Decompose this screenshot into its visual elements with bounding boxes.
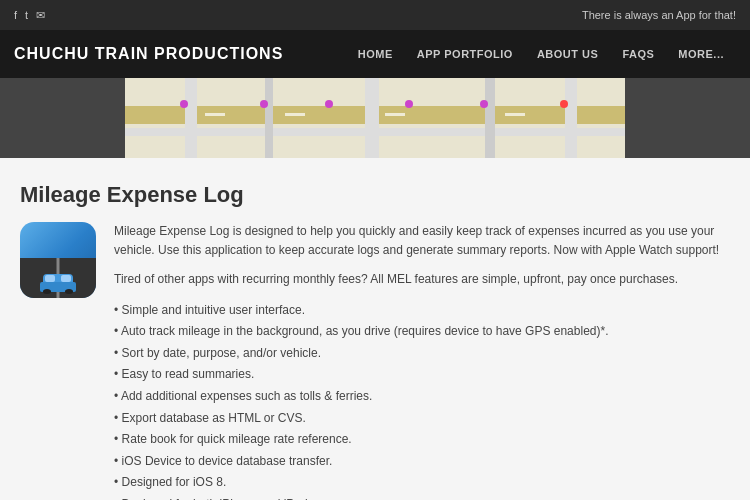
twitter-icon[interactable]: t: [25, 9, 28, 21]
nav-home[interactable]: HOME: [346, 30, 405, 78]
main-nav: HOME APP PORTFOLIO ABOUT US FAQS MORE...: [346, 30, 736, 78]
nav-about-us[interactable]: ABOUT US: [525, 30, 610, 78]
hero-left: [0, 78, 125, 158]
features-list: Simple and intuitive user interface. Aut…: [114, 300, 730, 500]
main-content: Mileage Expense Log Mileage: [0, 158, 750, 500]
feature-item: iOS Device to device database transfer.: [114, 451, 730, 473]
nav-more[interactable]: MORE...: [666, 30, 736, 78]
feature-item: Add additional expenses such as tolls & …: [114, 386, 730, 408]
email-icon[interactable]: ✉: [36, 9, 45, 22]
description-column: Mileage Expense Log is designed to help …: [114, 222, 730, 500]
nav-app-portfolio[interactable]: APP PORTFOLIO: [405, 30, 525, 78]
hero-banner: [0, 78, 750, 158]
feature-item: Designed for both iPhone and iPad.: [114, 494, 730, 500]
feature-item: Easy to read summaries.: [114, 364, 730, 386]
app-icon-container: [20, 222, 96, 500]
header: CHUCHU TRAIN PRODUCTIONS HOME APP PORTFO…: [0, 30, 750, 78]
top-bar: f t ✉ There is always an App for that!: [0, 0, 750, 30]
feature-item: Sort by date, purpose, and/or vehicle.: [114, 343, 730, 365]
feature-item: Auto track mileage in the background, as…: [114, 321, 730, 343]
top-tagline: There is always an App for that!: [582, 9, 736, 21]
hero-right: [625, 78, 750, 158]
app-icon: [20, 222, 96, 298]
feature-item: Export database as HTML or CVS.: [114, 408, 730, 430]
nav-faqs[interactable]: FAQS: [610, 30, 666, 78]
feature-item: Simple and intuitive user interface.: [114, 300, 730, 322]
social-icons: f t ✉: [14, 9, 45, 22]
feature-item: Designed for iOS 8.: [114, 472, 730, 494]
facebook-icon[interactable]: f: [14, 9, 17, 21]
description-text-2: Tired of other apps with recurring month…: [114, 270, 730, 289]
site-title: CHUCHU TRAIN PRODUCTIONS: [14, 45, 283, 63]
map-image: [125, 78, 625, 158]
content-columns: Mileage Expense Log is designed to help …: [20, 222, 730, 500]
feature-item: Rate book for quick mileage rate referen…: [114, 429, 730, 451]
description-text-1: Mileage Expense Log is designed to help …: [114, 222, 730, 260]
page-title: Mileage Expense Log: [20, 182, 730, 208]
